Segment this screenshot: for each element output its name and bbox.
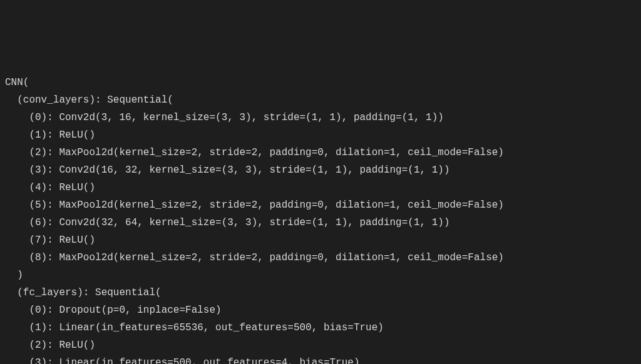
code-line: (2): MaxPool2d(kernel_size=2, stride=2, … <box>5 144 636 161</box>
code-line: CNN( <box>5 74 636 91</box>
code-line: (6): Conv2d(32, 64, kernel_size=(3, 3), … <box>5 214 636 231</box>
code-line: (0): Dropout(p=0, inplace=False) <box>5 301 636 319</box>
code-line: (0): Conv2d(3, 16, kernel_size=(3, 3), s… <box>5 109 636 126</box>
code-line: (3): Conv2d(16, 32, kernel_size=(3, 3), … <box>5 161 636 179</box>
code-line: (7): ReLU() <box>5 231 636 249</box>
code-line: (2): ReLU() <box>5 336 636 354</box>
code-line: (conv_layers): Sequential( <box>5 91 636 109</box>
code-line: (1): ReLU() <box>5 126 636 144</box>
code-line: (4): ReLU() <box>5 179 636 196</box>
code-line: (3): Linear(in_features=500, out_feature… <box>5 354 636 364</box>
code-output-block: CNN((conv_layers): Sequential((0): Conv2… <box>5 74 636 364</box>
code-line: (5): MaxPool2d(kernel_size=2, stride=2, … <box>5 196 636 214</box>
code-line: (1): Linear(in_features=65536, out_featu… <box>5 319 636 336</box>
code-line: (8): MaxPool2d(kernel_size=2, stride=2, … <box>5 249 636 266</box>
code-line: (fc_layers): Sequential( <box>5 284 636 301</box>
code-line: ) <box>5 266 636 284</box>
